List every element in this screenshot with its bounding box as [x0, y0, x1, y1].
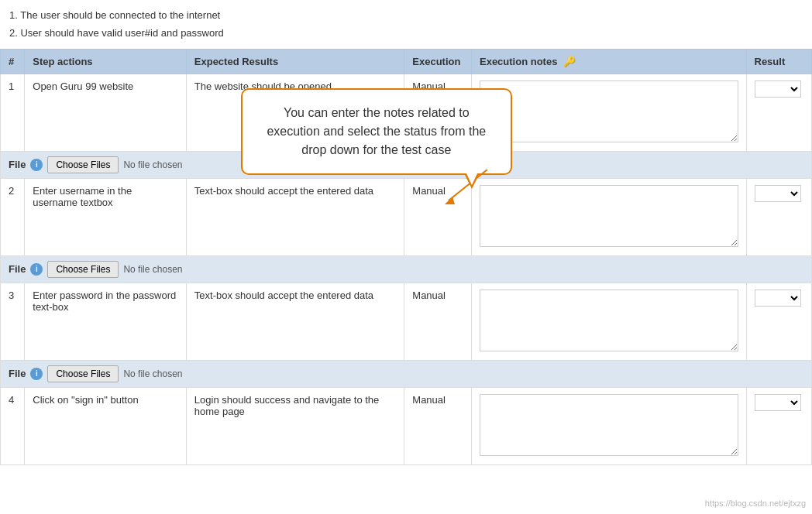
row4-execution: Manual	[404, 387, 472, 464]
file-label: File	[9, 159, 26, 170]
header-execution: Execution	[404, 49, 472, 74]
row4-expected: Login should success and navigate to the…	[186, 387, 404, 464]
row1-expected: The website should be opened You can ent…	[186, 74, 404, 151]
row4-notes-textarea[interactable]	[480, 394, 738, 456]
row2-no-file-text: No file chosen	[123, 264, 182, 275]
row1-step-action: Open Guru 99 website	[25, 74, 187, 151]
test-steps-table: # Step actions Expected Results Executio…	[0, 49, 812, 465]
header-num: #	[1, 49, 25, 74]
row3-choose-files-button[interactable]: Choose Files	[47, 365, 119, 382]
row2-result-select[interactable]: Pass Fail Skip	[755, 185, 801, 202]
row3-num: 3	[1, 283, 25, 360]
header-execution-notes: Execution notes 🔑	[471, 49, 746, 74]
header-expected-results: Expected Results	[186, 49, 404, 74]
callout-arrow	[441, 170, 503, 208]
row3-notes-textarea[interactable]	[480, 290, 738, 351]
file-label: File	[9, 263, 26, 275]
row1-num: 1	[1, 74, 25, 151]
row1-notes-textarea[interactable]	[480, 81, 738, 142]
prerequisites: 1. The user should be connected to the i…	[0, 0, 812, 49]
row2-step-action: Enter username in the username textbox	[25, 178, 187, 255]
row3-file-row: File i Choose Files No file chosen	[1, 360, 812, 387]
table-row: 1 Open Guru 99 website The website shoul…	[1, 74, 812, 151]
table-row: 3 Enter password in the password text-bo…	[1, 283, 812, 360]
row2-file-row: File i Choose Files No file chosen	[1, 255, 812, 283]
file-info-icon[interactable]: i	[30, 159, 43, 171]
svg-marker-1	[445, 197, 455, 204]
row4-result-cell: Pass Fail Skip	[746, 387, 812, 464]
row1-result-select[interactable]: Pass Fail Skip	[755, 81, 801, 98]
callout-text: You can enter the notes related to execu…	[267, 106, 486, 156]
row2-num: 2	[1, 178, 25, 255]
row2-expected: Text-box should accept the entered data	[186, 178, 404, 255]
row3-expected: Text-box should accept the entered data	[186, 283, 404, 360]
row2-result-cell: Pass Fail Skip	[746, 178, 812, 255]
file-info-icon[interactable]: i	[30, 263, 43, 276]
row1-no-file-text: No file chosen	[123, 159, 182, 170]
row2-file-cell: File i Choose Files No file chosen	[1, 255, 812, 283]
row3-file-cell: File i Choose Files No file chosen	[1, 360, 812, 387]
row4-step-action: Click on "sign in" button	[25, 387, 187, 464]
row3-result-cell: Pass Fail Skip	[746, 283, 812, 360]
row3-step-action: Enter password in the password text-box	[25, 283, 187, 360]
row4-result-select[interactable]: Pass Fail Skip	[755, 394, 801, 411]
file-info-icon[interactable]: i	[30, 368, 43, 380]
row1-result-cell: Pass Fail Skip	[746, 74, 812, 151]
notes-icon: 🔑	[563, 56, 576, 67]
row4-notes-cell	[471, 387, 746, 464]
row2-choose-files-button[interactable]: Choose Files	[47, 261, 119, 278]
prereq-line1: 1. The user should be connected to the i…	[9, 6, 803, 24]
row1-choose-files-button[interactable]: Choose Files	[47, 156, 119, 173]
table-row: 2 Enter username in the username textbox…	[1, 178, 812, 255]
file-label: File	[9, 368, 26, 379]
row4-num: 4	[1, 387, 25, 464]
svg-line-0	[449, 170, 487, 200]
row2-notes-textarea[interactable]	[480, 185, 738, 247]
row2-notes-cell	[471, 178, 746, 255]
prereq-line2: 2. User should have valid user#id and pa…	[9, 24, 803, 42]
row3-notes-cell	[471, 283, 746, 360]
callout-box: You can enter the notes related to execu…	[241, 88, 512, 175]
row3-no-file-text: No file chosen	[123, 368, 182, 379]
header-step-actions: Step actions	[25, 49, 187, 74]
table-header-row: # Step actions Expected Results Executio…	[1, 49, 812, 74]
row3-result-select[interactable]: Pass Fail Skip	[755, 290, 801, 307]
row3-execution: Manual	[404, 283, 472, 360]
row1-notes-cell	[471, 74, 746, 151]
table-row: 4 Click on "sign in" button Login should…	[1, 387, 812, 464]
header-result: Result	[746, 49, 812, 74]
